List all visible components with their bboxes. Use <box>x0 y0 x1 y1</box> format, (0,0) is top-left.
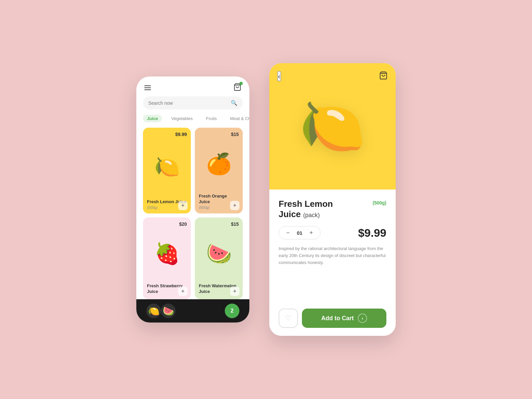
product-name-line1: Fresh Lemon <box>279 199 333 209</box>
phone1-content: 🔍 Juice Vegetables Fruits Meat & Chic $9… <box>136 76 249 299</box>
orange-image: 🍊 <box>199 137 239 191</box>
search-input[interactable] <box>148 100 228 106</box>
lemon-emoji: 🍋 <box>154 155 180 179</box>
lemon-price: $9.99 <box>147 132 187 137</box>
products-grid: $9.99 🍋 Fresh Lemon Juice (500g) + $15 🍊… <box>136 128 249 299</box>
orange-add-button[interactable]: + <box>230 201 239 210</box>
categories-row: Juice Vegetables Fruits Meat & Chic <box>136 115 249 128</box>
product-full-title: Fresh Lemon Juice (pack) <box>279 199 333 219</box>
category-juice[interactable]: Juice <box>143 115 162 122</box>
phone1-list-view: 🔍 Juice Vegetables Fruits Meat & Chic $9… <box>136 76 249 323</box>
product-card-strawberry[interactable]: $20 🍓 Fresh Strawberry Juice + <box>143 217 191 299</box>
detail-title-block: Fresh Lemon Juice (pack) <box>279 199 333 219</box>
phone1-header <box>136 76 249 96</box>
heart-icon: ♡ <box>285 314 292 323</box>
strawberry-image: 🍓 <box>147 227 187 281</box>
orange-emoji: 🍊 <box>206 152 232 176</box>
category-vegetables[interactable]: Vegetables <box>167 115 197 122</box>
product-description: Inspired by the rational architectural l… <box>279 245 386 302</box>
detail-title-row: Fresh Lemon Juice (pack) (500g) <box>279 199 386 219</box>
product-name-line2: Juice <box>279 209 301 219</box>
add-to-cart-arrow-icon: › <box>358 314 367 323</box>
quantity-decrease-button[interactable]: − <box>284 229 292 236</box>
quantity-control: − 01 + <box>279 226 321 239</box>
watermelon-price: $15 <box>199 221 239 227</box>
lemon-add-button[interactable]: + <box>178 201 188 210</box>
hero-cart-svg <box>379 71 388 80</box>
product-detail-price: $9.99 <box>358 226 386 239</box>
strawberry-emoji: 🍓 <box>154 242 180 266</box>
bottom-watermelon-tab[interactable]: 🍉 <box>161 304 176 318</box>
bottom-lemon-tab[interactable]: 🍋 <box>146 304 161 318</box>
product-weight-label: (500g) <box>373 200 386 205</box>
wishlist-button[interactable]: ♡ <box>279 309 298 328</box>
add-to-cart-label: Add to Cart <box>321 315 354 322</box>
search-bar[interactable]: 🔍 <box>143 96 243 109</box>
strawberry-add-button[interactable]: + <box>178 287 188 296</box>
hero-lemon-image: 🍋 <box>299 100 366 153</box>
category-fruits[interactable]: Fruits <box>202 115 221 122</box>
quantity-price-row: − 01 + $9.99 <box>279 226 386 239</box>
product-card-lemon[interactable]: $9.99 🍋 Fresh Lemon Juice (500g) + <box>143 128 191 213</box>
lemon-image: 🍋 <box>147 137 187 197</box>
hero-cart-icon[interactable] <box>379 71 388 81</box>
hamburger-icon[interactable] <box>144 85 151 90</box>
action-row: ♡ Add to Cart › <box>279 309 386 328</box>
product-pack-label: (pack) <box>303 212 320 218</box>
phone2-hero-nav: ‹ <box>269 71 396 81</box>
strawberry-price: $20 <box>147 221 187 227</box>
back-button[interactable]: ‹ <box>277 71 281 81</box>
phone1-bottom-nav: 🍋 🍉 2 <box>136 299 249 323</box>
product-card-orange[interactable]: $15 🍊 Fresh Orange Juice (500g) + <box>195 128 243 213</box>
watermelon-image: 🍉 <box>199 227 239 281</box>
category-meat[interactable]: Meat & Chic <box>226 115 249 122</box>
orange-price: $15 <box>199 132 239 137</box>
search-icon: 🔍 <box>231 100 237 106</box>
cart-notification-dot <box>239 82 243 85</box>
cart-icon-wrapper[interactable] <box>233 83 241 92</box>
quantity-increase-button[interactable]: + <box>308 229 315 236</box>
cart-count-badge[interactable]: 2 <box>225 304 239 318</box>
product-card-watermelon[interactable]: $15 🍉 Fresh Watermelon Juice + <box>195 217 243 299</box>
quantity-value: 01 <box>296 230 303 236</box>
watermelon-emoji: 🍉 <box>206 242 232 266</box>
phones-container: 🔍 Juice Vegetables Fruits Meat & Chic $9… <box>136 63 396 336</box>
phone2-detail-view: ‹ 🍋 Fresh Lemon Juice (pack <box>269 63 396 336</box>
add-to-cart-button[interactable]: Add to Cart › <box>302 309 386 328</box>
phone2-hero: ‹ 🍋 <box>269 63 396 190</box>
phone2-detail-section: Fresh Lemon Juice (pack) (500g) − 01 + $… <box>269 190 396 336</box>
watermelon-add-button[interactable]: + <box>230 287 239 296</box>
